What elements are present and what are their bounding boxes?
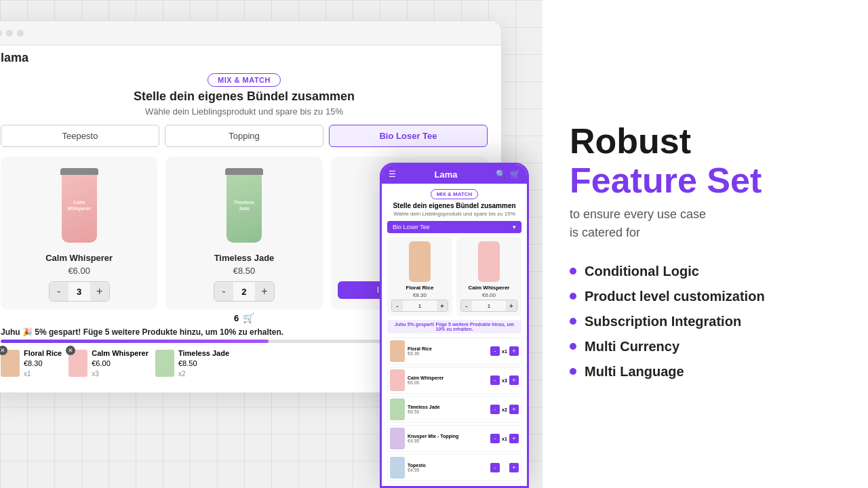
cart-icon: 🛒 bbox=[243, 312, 254, 323]
selected-item-name-2: Calm Whisperer bbox=[92, 348, 149, 359]
mobile-qty-val-2: 1 bbox=[473, 303, 505, 309]
qty-control-2: - 2 + bbox=[214, 281, 275, 302]
mobile-list: Floral Rice €8.30 - x1 + Calm Whisperer … bbox=[387, 338, 521, 486]
mobile-list-qty-plus-5[interactable]: + bbox=[509, 463, 519, 472]
mobile-list-qty-minus-3[interactable]: - bbox=[490, 405, 500, 414]
selected-item-image-3 bbox=[155, 350, 174, 377]
mobile-list-can-5 bbox=[390, 457, 405, 479]
mobile-list-qty-plus-1[interactable]: + bbox=[509, 346, 519, 356]
mobile-list-price-2: €6.00 bbox=[408, 380, 488, 385]
selected-item-info-2: Calm Whisperer €6.00 x3 bbox=[92, 348, 149, 379]
feature-subtitle: to ensure every use caseis catered for bbox=[570, 205, 834, 242]
mobile-list-name-5: Topesto bbox=[408, 463, 488, 468]
mobile-list-qty-minus-4[interactable]: - bbox=[490, 434, 500, 443]
mobile-list-qty-minus-2[interactable]: - bbox=[490, 375, 500, 385]
mobile-product-name-2: Calm Whisperer bbox=[460, 285, 517, 291]
product-image-timeless-jade: TimelessJade bbox=[172, 165, 315, 246]
mobile-search-icon[interactable]: 🔍 bbox=[496, 169, 506, 179]
mobile-can-1 bbox=[409, 241, 431, 282]
mobile-list-can-3 bbox=[390, 399, 405, 420]
mobile-list-qty-val-1: x1 bbox=[501, 349, 508, 354]
mobile-list-name-2: Calm Whisperer bbox=[408, 375, 488, 380]
qty-plus-1[interactable]: + bbox=[90, 282, 109, 301]
mobile-list-item-4: Knusper Mix - Topping €4.95 - x1 + bbox=[387, 425, 521, 452]
browser-dot-3 bbox=[17, 30, 24, 37]
mobile-qty-plus-1[interactable]: + bbox=[437, 300, 448, 311]
mobile-bundle-title: Stelle dein eigenes Bündel zusammen bbox=[387, 202, 521, 209]
mobile-mix-badge: MIX & MATCH bbox=[431, 189, 479, 199]
tab-teepesto[interactable]: Teepesto bbox=[1, 125, 159, 147]
mobile-list-name-1: Floral Rice bbox=[408, 346, 488, 351]
mobile-qty-plus-2[interactable]: + bbox=[506, 300, 517, 311]
feature-label-2: Product level customization bbox=[585, 289, 765, 304]
mobile-list-price-3: €8.50 bbox=[408, 409, 488, 414]
bundle-subtitle: Wähle dein Lieblingsprodukt und spare bi… bbox=[0, 106, 501, 117]
selected-item-price-3: €8.50 bbox=[178, 359, 229, 369]
browser-dot-2 bbox=[6, 30, 13, 37]
mobile-list-qty-1: - x1 + bbox=[490, 346, 519, 356]
mobile-list-qty-minus-1[interactable]: - bbox=[490, 346, 500, 356]
mobile-list-qty-minus-5[interactable]: - bbox=[490, 463, 500, 472]
mobile-list-price-1: €8.30 bbox=[408, 351, 488, 356]
mobile-list-qty-2: - x3 + bbox=[490, 375, 519, 385]
mobile-icons: 🔍 🛒 bbox=[496, 169, 520, 179]
tab-topping[interactable]: Topping bbox=[165, 125, 323, 147]
qty-value-1: 3 bbox=[68, 284, 90, 300]
bullet-4 bbox=[570, 343, 576, 350]
feature-title: Robust Feature Set bbox=[570, 122, 834, 199]
feature-label-3: Subscription Integration bbox=[585, 314, 741, 329]
mobile-select[interactable]: Bio Loser Tee ▾ bbox=[387, 221, 521, 233]
mobile-list-qty-plus-2[interactable]: + bbox=[509, 375, 519, 385]
selected-item-qty-1: x1 bbox=[24, 369, 62, 379]
left-panel: lama MIX & MATCH Stelle dein eigenes Bün… bbox=[0, 0, 542, 488]
mobile-overlay: ☰ Lama 🔍 🛒 MIX & MATCH Stelle dein eigen… bbox=[380, 163, 529, 488]
mobile-products-row: Floral Rice €8.30 - 1 + Calm Whisperer €… bbox=[387, 237, 521, 316]
product-price-1: €6.00 bbox=[7, 266, 151, 276]
mobile-product-card-1: Floral Rice €8.30 - 1 + bbox=[387, 237, 452, 316]
qty-minus-1[interactable]: - bbox=[50, 282, 68, 301]
qty-plus-2[interactable]: + bbox=[255, 282, 274, 301]
bullet-5 bbox=[570, 368, 576, 375]
selected-item-price-2: €6.00 bbox=[92, 359, 149, 369]
selected-item-info-3: Timeless Jade €8.50 x2 bbox=[178, 348, 229, 379]
mobile-status-bar: ☰ Lama 🔍 🛒 bbox=[382, 165, 527, 184]
selected-item-qty-3: x2 bbox=[178, 369, 229, 379]
mobile-menu-icon[interactable]: ☰ bbox=[389, 169, 396, 179]
can-timeless-jade: TimelessJade bbox=[226, 168, 262, 243]
product-name-2: Timeless Jade bbox=[172, 253, 315, 263]
mobile-list-name-3: Timeless Jade bbox=[408, 405, 488, 409]
product-name-1: Calm Whisperer bbox=[7, 253, 151, 263]
mobile-list-item-5: Topesto €4.95 - + bbox=[387, 454, 521, 481]
can-lid bbox=[225, 168, 263, 175]
product-image-calm-whisperer: CalmWhisperer bbox=[7, 165, 151, 246]
selected-item-name-3: Timeless Jade bbox=[178, 348, 229, 359]
mobile-product-card-2: Calm Whisperer €6.00 - 1 + bbox=[456, 237, 521, 316]
mobile-select-chevron: ▾ bbox=[513, 224, 516, 230]
bullet-2 bbox=[570, 293, 576, 300]
mobile-savings-text: Juhu 5% gespart! Füge 5 weitere Produkte… bbox=[387, 320, 521, 333]
mobile-product-price-2: €6.00 bbox=[460, 292, 517, 298]
mobile-list-price-5: €4.95 bbox=[408, 468, 488, 472]
feature-item-1: Conditional Logic bbox=[570, 264, 834, 279]
mobile-select-label: Bio Loser Tee bbox=[393, 224, 430, 230]
can-calm-whisperer: CalmWhisperer bbox=[62, 168, 97, 243]
mobile-list-qty-3: - x2 + bbox=[490, 405, 519, 414]
feature-item-3: Subscription Integration bbox=[570, 314, 834, 329]
qty-minus-2[interactable]: - bbox=[214, 282, 233, 301]
mobile-list-qty-plus-4[interactable]: + bbox=[509, 434, 519, 443]
mobile-list-qty-plus-3[interactable]: + bbox=[509, 405, 519, 414]
mobile-cart-icon[interactable]: 🛒 bbox=[510, 169, 520, 179]
mobile-list-qty-5: - + bbox=[490, 463, 519, 472]
mobile-qty-minus-1[interactable]: - bbox=[392, 300, 403, 311]
feature-label-1: Conditional Logic bbox=[585, 264, 699, 279]
tab-bio-loser-tee[interactable]: Bio Loser Tee bbox=[329, 125, 488, 147]
browser-chrome bbox=[0, 21, 501, 45]
mobile-qty-minus-2[interactable]: - bbox=[461, 300, 472, 311]
can-label: CalmWhisperer bbox=[66, 198, 92, 213]
feature-label-5: Multi Language bbox=[585, 364, 684, 380]
feature-title-line2: Feature Set bbox=[570, 161, 762, 200]
bullet-1 bbox=[570, 268, 576, 274]
store-name: lama bbox=[1, 51, 28, 65]
mobile-bundle-subtitle: Wähle dein Lieblingsprodukt und spare bi… bbox=[387, 211, 521, 217]
feature-title-line1: Robust bbox=[570, 121, 691, 161]
